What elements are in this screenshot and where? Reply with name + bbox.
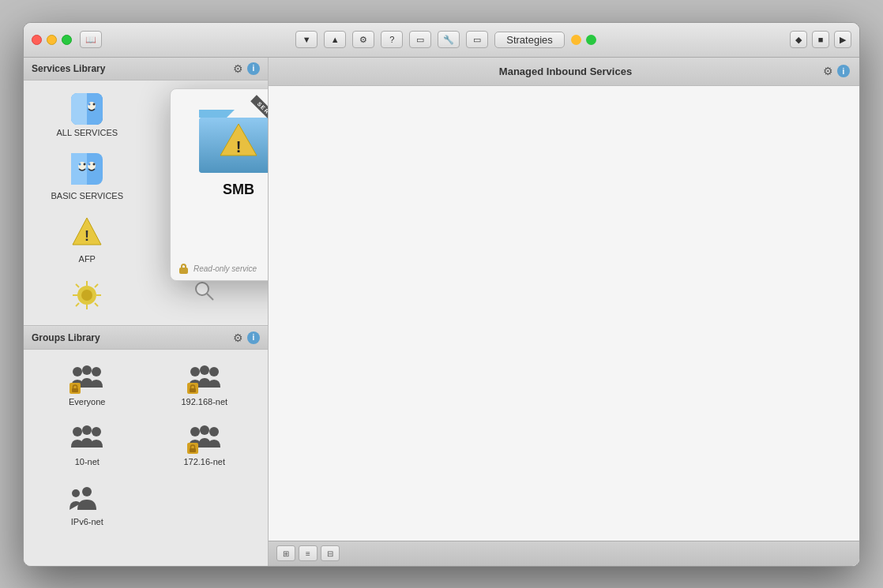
svg-line-44 xyxy=(95,284,98,287)
right-info-icon[interactable]: i xyxy=(837,65,850,77)
svg-point-2 xyxy=(78,102,86,110)
close-button[interactable] xyxy=(32,35,42,45)
smb-name: SMB xyxy=(223,182,254,198)
lock-icon xyxy=(178,264,189,274)
groups-gear-icon[interactable]: ⚙ xyxy=(231,331,244,344)
services-library-header: Services Library ⚙ i xyxy=(24,58,268,81)
wrench-button[interactable]: 🔧 xyxy=(438,31,460,48)
smb-popup-inner: ! SERVICE SMB Service Name xyxy=(171,89,268,260)
basic-services-label: BASIC SERVICES xyxy=(51,191,124,200)
view-list-button[interactable]: ≡ xyxy=(299,545,318,561)
traffic-lights xyxy=(32,35,72,45)
titlebar-center: ▼ ▲ ⚙ ? ▭ 🔧 ▭ Strategies xyxy=(102,31,790,48)
display-button[interactable]: ▭ xyxy=(409,31,431,48)
svg-point-61 xyxy=(82,425,92,435)
view-columns-button[interactable]: ⊟ xyxy=(321,545,340,561)
service-item-afp[interactable]: ! AFP xyxy=(30,210,145,270)
svg-point-54 xyxy=(92,367,101,376)
service-item-extra[interactable] xyxy=(30,273,145,320)
down-arrow-button[interactable]: ▼ xyxy=(295,31,318,48)
bottom-toolbar: ⊞ ≡ ⊟ xyxy=(269,541,859,566)
svg-point-62 xyxy=(92,427,101,436)
groups-library-title: Groups Library xyxy=(32,332,100,343)
book-button[interactable]: 📖 xyxy=(80,31,102,48)
svg-point-68 xyxy=(72,489,80,497)
smb-icon-area: ! SERVICE SMB xyxy=(183,102,268,248)
titlebar-right: ◆ ■ ▶ xyxy=(790,31,851,48)
172-16-label: 172.16-net xyxy=(183,457,225,466)
maximize-button[interactable] xyxy=(62,35,72,45)
svg-point-5 xyxy=(84,103,86,105)
svg-point-8 xyxy=(93,103,96,105)
smb-bottom-bar: Read-only service xyxy=(171,260,268,280)
everyone-icon-wrap xyxy=(70,362,104,394)
orange-dot xyxy=(571,35,581,45)
gear-button[interactable]: ⚙ xyxy=(352,31,374,48)
svg-point-37 xyxy=(81,290,92,301)
services-scroll-area: ALL SERVICES xyxy=(24,81,268,325)
172-16-icon-wrap xyxy=(187,422,222,454)
svg-point-65 xyxy=(209,427,219,436)
left-panel: Services Library ⚙ i xyxy=(24,58,269,566)
svg-point-58 xyxy=(209,367,219,376)
svg-point-24 xyxy=(88,163,91,165)
svg-text:!: ! xyxy=(85,228,89,244)
help-button[interactable]: ? xyxy=(381,31,403,48)
svg-point-3 xyxy=(80,103,85,108)
strategies-button[interactable]: Strategies xyxy=(494,32,565,48)
svg-point-64 xyxy=(200,425,209,435)
titlebar: 📖 ▼ ▲ ⚙ ? ▭ 🔧 ▭ Strategies ◆ ■ ▶ xyxy=(24,23,859,58)
basic-services-icon xyxy=(71,153,103,188)
svg-point-22 xyxy=(84,163,86,165)
svg-rect-66 xyxy=(190,448,196,452)
right-title: Managed Inbound Services xyxy=(310,66,821,77)
groups-library: Groups Library ⚙ i xyxy=(24,326,268,566)
svg-rect-1 xyxy=(71,93,87,125)
right-content xyxy=(269,86,859,541)
play-button[interactable]: ▶ xyxy=(834,31,851,48)
smb-popup[interactable]: ! SERVICE SMB Service Name xyxy=(170,88,268,281)
ipv6-icon xyxy=(70,482,104,514)
svg-point-4 xyxy=(79,103,81,105)
diamond-button[interactable]: ◆ xyxy=(790,31,807,48)
group-item-172-16[interactable]: 172.16-net xyxy=(148,416,262,473)
192-168-icon-wrap xyxy=(187,362,222,394)
smb-folder-icon-wrap: ! SERVICE xyxy=(195,102,268,177)
services-gear-icon[interactable]: ⚙ xyxy=(231,62,244,75)
all-services-icon xyxy=(71,93,103,125)
main-window: 📖 ▼ ▲ ⚙ ? ▭ 🔧 ▭ Strategies ◆ ■ ▶ Servi xyxy=(23,22,860,567)
minimize-button[interactable] xyxy=(47,35,57,45)
service-item-all-services[interactable]: ALL SERVICES xyxy=(30,87,145,144)
svg-point-63 xyxy=(190,427,200,436)
services-info-icon[interactable]: i xyxy=(247,62,260,75)
10-net-icon-wrap xyxy=(70,422,104,454)
everyone-lock-badge xyxy=(70,383,81,394)
svg-line-42 xyxy=(76,284,79,287)
up-arrow-button[interactable]: ▲ xyxy=(324,31,346,48)
group-item-ipv6-net[interactable]: IPv6-net xyxy=(30,476,145,533)
group-item-10-net[interactable]: 10-net xyxy=(30,416,145,473)
all-services-label: ALL SERVICES xyxy=(56,128,118,137)
svg-line-43 xyxy=(95,303,98,306)
main-content: Services Library ⚙ i xyxy=(24,58,859,566)
save-button[interactable]: ▭ xyxy=(466,31,488,48)
readonly-label: Read-only service xyxy=(194,264,257,273)
svg-point-67 xyxy=(82,487,92,496)
group-item-192-168[interactable]: 192.168-net xyxy=(148,356,262,413)
svg-line-45 xyxy=(76,303,79,306)
square-button[interactable]: ■ xyxy=(812,31,829,48)
groups-info-icon[interactable]: i xyxy=(247,331,260,344)
groups-grid: Everyone xyxy=(24,350,268,539)
service-item-basic[interactable]: BASIC SERVICES xyxy=(30,147,145,207)
right-panel: Managed Inbound Services ⚙ i ⊞ ≡ ⊟ xyxy=(269,58,859,566)
everyone-label: Everyone xyxy=(69,397,105,406)
10-net-label: 10-net xyxy=(75,457,100,466)
smb-folder-svg: ! xyxy=(195,102,268,177)
view-grid-button[interactable]: ⊞ xyxy=(276,545,295,561)
group-item-everyone[interactable]: Everyone xyxy=(30,356,145,413)
afp-label: AFP xyxy=(79,254,96,264)
right-gear-icon[interactable]: ⚙ xyxy=(821,65,834,77)
svg-line-47 xyxy=(207,294,213,300)
svg-rect-59 xyxy=(190,388,196,392)
groups-library-icons: ⚙ i xyxy=(231,331,260,344)
